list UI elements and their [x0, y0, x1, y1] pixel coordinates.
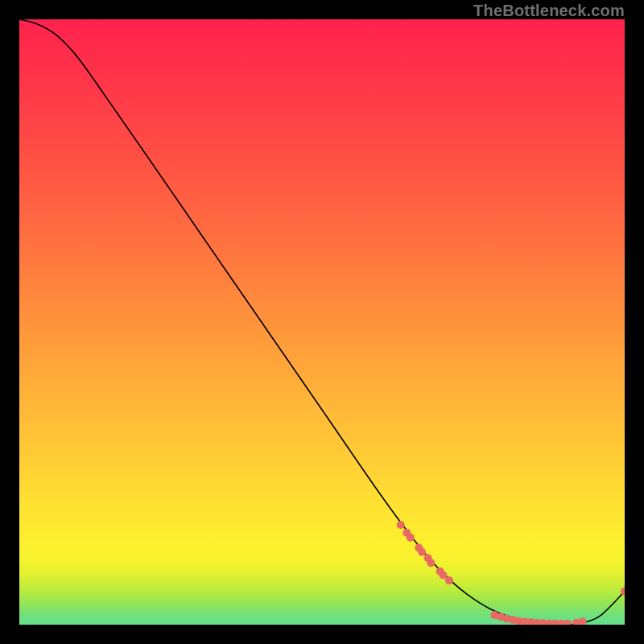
watermark-label: TheBottleneck.com — [473, 2, 625, 20]
gradient-background — [19, 19, 625, 625]
chart-container: TheBottleneck.com — [0, 0, 644, 644]
data-marker — [439, 571, 447, 579]
bottleneck-chart — [19, 19, 625, 625]
data-marker — [445, 576, 453, 584]
data-marker — [407, 534, 415, 542]
data-marker — [427, 559, 435, 567]
data-marker — [397, 521, 405, 529]
data-marker — [418, 548, 426, 556]
